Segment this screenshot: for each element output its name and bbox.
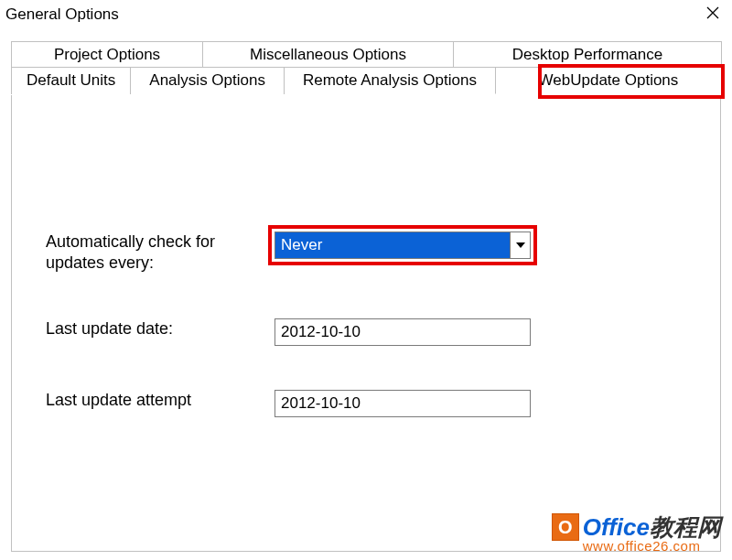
watermark-line1: O Office教程网	[552, 513, 721, 541]
row-last-attempt: Last update attempt	[46, 390, 695, 417]
tab-project-options[interactable]: Project Options	[11, 41, 203, 68]
combo-wrapper: Never	[274, 232, 531, 259]
tab-desktop-performance[interactable]: Desktop Performance	[453, 41, 722, 68]
tab-miscellaneous-options[interactable]: Miscellaneous Options	[202, 41, 454, 68]
title-bar: General Options	[0, 0, 732, 40]
label-check-updates: Automatically check for updates every:	[46, 232, 274, 275]
update-frequency-dropdown[interactable]: Never	[274, 232, 531, 259]
window-title: General Options	[5, 5, 119, 24]
watermark-url: www.office26.com	[583, 539, 721, 553]
tab-analysis-options[interactable]: Analysis Options	[130, 67, 285, 94]
watermark-brand: Office教程网	[583, 515, 721, 539]
tab-container: Project Options Miscellaneous Options De…	[11, 40, 721, 94]
dropdown-value: Never	[281, 236, 322, 254]
tab-row-back: Project Options Miscellaneous Options De…	[11, 40, 721, 67]
tab-remote-analysis-options[interactable]: Remote Analysis Options	[284, 67, 496, 94]
label-last-update: Last update date:	[46, 318, 274, 339]
tab-row-front: Default Units Analysis Options Remote An…	[11, 67, 721, 94]
watermark-logo-icon: O	[552, 513, 579, 541]
tab-webupdate-options[interactable]: WebUpdate Options	[495, 67, 722, 94]
tab-content: Automatically check for updates every: N…	[0, 94, 732, 417]
close-icon[interactable]	[703, 5, 723, 22]
chevron-down-icon[interactable]	[510, 232, 530, 258]
last-attempt-field	[274, 390, 531, 417]
row-check-updates: Automatically check for updates every: N…	[46, 232, 695, 275]
tab-default-units[interactable]: Default Units	[11, 67, 131, 94]
watermark: O Office教程网 www.office26.com	[552, 513, 721, 553]
row-last-update: Last update date:	[46, 318, 695, 346]
last-update-field	[274, 318, 531, 346]
label-last-attempt: Last update attempt	[46, 390, 274, 411]
